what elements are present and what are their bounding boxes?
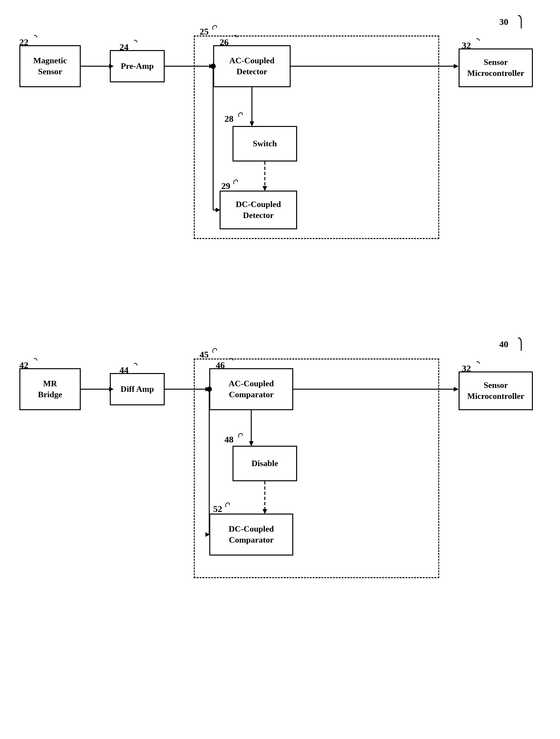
ref24-curl-icon xyxy=(129,39,139,47)
ref-29: 29 xyxy=(221,181,230,191)
magnetic-sensor-block: MagneticSensor xyxy=(19,45,81,87)
dc-coupled-comparator-block: DC-CoupledComparator xyxy=(209,513,293,556)
ref-42: 42 xyxy=(19,360,28,371)
dc-coupled-detector-block: DC-CoupledDetector xyxy=(220,190,297,229)
fig1-bracket-icon xyxy=(502,12,528,32)
sensor-mc-label-2: SensorMicrocontroller xyxy=(467,380,525,402)
pre-amp-block: Pre-Amp xyxy=(110,50,165,83)
ref28-curl-icon xyxy=(236,111,246,119)
ref29-curl-icon xyxy=(231,178,241,186)
ref32-d2-curl-icon xyxy=(471,360,481,368)
ref-26: 26 xyxy=(220,37,229,47)
fig2-bracket-icon xyxy=(502,335,528,354)
ac-coupled-comparator-label: AC-CoupledComparator xyxy=(229,378,274,400)
ref42-curl-icon xyxy=(29,357,39,365)
ref25-curl-icon xyxy=(210,24,220,32)
dc-coupled-comparator-label: DC-CoupledComparator xyxy=(229,524,274,546)
ac-coupled-comparator-block: AC-CoupledComparator xyxy=(209,368,293,410)
dc-coupled-detector-label: DC-CoupledDetector xyxy=(236,199,281,221)
sensor-mc-block-1: SensorMicrocontroller xyxy=(459,48,533,87)
ref-44: 44 xyxy=(120,365,129,375)
ref-22: 22 xyxy=(19,37,28,47)
ref46-curl-icon xyxy=(226,357,235,365)
ref-32-d2: 32 xyxy=(462,363,471,374)
magnetic-sensor-label: MagneticSensor xyxy=(33,55,67,77)
disable-block: Disable xyxy=(233,446,297,481)
sensor-mc-label-1: SensorMicrocontroller xyxy=(467,57,525,79)
ref26-curl-icon xyxy=(229,34,239,42)
ac-coupled-detector-block: AC-CoupledDetector xyxy=(213,45,291,87)
switch-label: Switch xyxy=(253,138,277,149)
ref45-curl-icon xyxy=(210,347,220,355)
ref32-d1-curl-icon xyxy=(471,37,481,45)
ref-25: 25 xyxy=(199,26,208,37)
svg-marker-20 xyxy=(454,387,459,392)
ac-coupled-detector-label: AC-CoupledDetector xyxy=(229,55,275,77)
ref-32-d1: 32 xyxy=(462,40,471,51)
svg-marker-6 xyxy=(454,64,459,68)
mr-bridge-label: MRBridge xyxy=(38,378,62,400)
disable-label: Disable xyxy=(252,458,278,469)
diff-amp-label: Diff Amp xyxy=(121,384,154,395)
diff-amp-block: Diff Amp xyxy=(110,373,165,405)
ref-52: 52 xyxy=(213,504,222,514)
page: 30 MagneticSensor 22 Pre-Amp 24 25 AC-Co… xyxy=(0,0,560,739)
ref22-curl-icon xyxy=(29,34,39,42)
ref-48: 48 xyxy=(225,434,234,445)
pre-amp-label: Pre-Amp xyxy=(121,61,154,72)
mr-bridge-block: MRBridge xyxy=(19,368,81,410)
switch-block: Switch xyxy=(233,126,297,161)
ref-28: 28 xyxy=(225,114,234,124)
ref-46: 46 xyxy=(216,360,225,371)
sensor-mc-block-2: SensorMicrocontroller xyxy=(459,372,533,410)
ref-45: 45 xyxy=(199,349,208,360)
ref48-curl-icon xyxy=(236,432,246,440)
ref-24: 24 xyxy=(120,42,129,52)
ref44-curl-icon xyxy=(129,362,139,370)
ref52-curl-icon xyxy=(223,501,233,509)
